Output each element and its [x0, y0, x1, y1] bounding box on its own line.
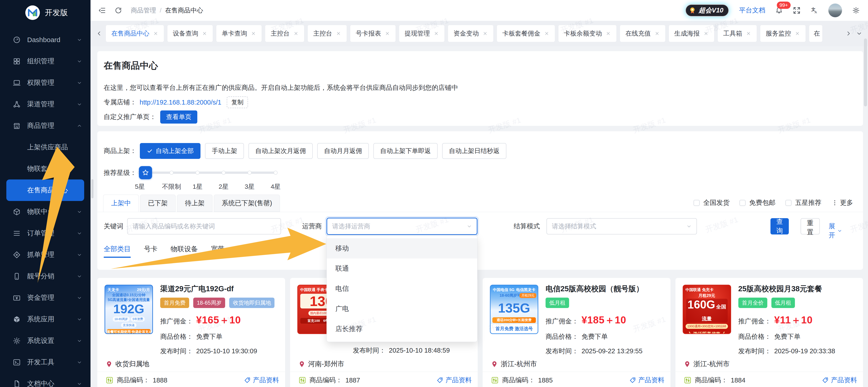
carrier-select[interactable]: 请选择运营商 — [327, 218, 477, 235]
product-info-link[interactable]: 产品资料 — [822, 376, 857, 385]
tab[interactable]: 卡板套餐佣金 — [497, 25, 555, 42]
tab[interactable]: 卡板余额变动 — [558, 25, 616, 42]
sidebar-item[interactable]: 开发工具 — [0, 352, 91, 373]
tab-close-icon[interactable] — [293, 31, 299, 36]
checkbox-icon[interactable] — [740, 200, 746, 206]
tab[interactable]: 资金变动 — [448, 25, 493, 42]
status-tab[interactable]: 待上架 — [177, 195, 213, 212]
listing-mode-button[interactable]: 自动月月返佣 — [317, 143, 369, 159]
tab[interactable]: 服务监控 — [760, 25, 806, 42]
slider-track[interactable] — [146, 172, 276, 174]
tab-close-icon[interactable] — [795, 31, 800, 36]
checkbox-icon[interactable] — [785, 200, 792, 206]
tab[interactable]: 在售商品中心 — [106, 25, 164, 42]
search-button[interactable]: 查询 — [771, 218, 789, 235]
reset-button[interactable]: 重置 — [801, 218, 820, 235]
fullscreen-icon[interactable] — [793, 6, 801, 14]
star-rating-slider[interactable]: 不限制1星2星3星4星5星 — [140, 165, 289, 192]
tabs-menu-icon[interactable] — [856, 30, 863, 37]
carrier-option[interactable]: 电信 — [327, 278, 477, 299]
view-promo-page-button[interactable]: 查看单页 — [160, 111, 197, 124]
tab-close-icon[interactable] — [385, 31, 390, 36]
listing-mode-button[interactable]: 自动上架次月返佣 — [248, 143, 313, 159]
tab[interactable]: 在 — [809, 25, 822, 42]
collapse-sidebar-icon[interactable] — [98, 6, 106, 14]
shop-url-link[interactable]: http://192.168.1.88:2000/s/1 — [140, 99, 221, 106]
sidebar-item[interactable]: 靓号分销 — [0, 265, 91, 287]
sidebar-item[interactable]: 组织管理 — [0, 51, 91, 72]
status-tab[interactable]: 上架中 — [103, 195, 139, 212]
sidebar-item[interactable]: 系统设置 — [0, 330, 91, 352]
tab-close-icon[interactable] — [202, 31, 207, 36]
tab[interactable]: 号卡报表 — [350, 25, 396, 42]
status-tab[interactable]: 系统已下架(售罄) — [214, 195, 280, 212]
tab[interactable]: 主控台 — [308, 25, 347, 42]
carrier-option[interactable]: 联通 — [327, 259, 477, 278]
carrier-option[interactable]: 广电 — [327, 299, 477, 319]
quick-filter-checkbox[interactable]: 免费包邮 — [740, 198, 775, 207]
product-info-link[interactable]: 产品资料 — [629, 376, 664, 385]
tab-close-icon[interactable] — [544, 31, 549, 36]
tab-close-icon[interactable] — [703, 31, 709, 36]
sidebar-item[interactable]: 资金管理 — [0, 287, 91, 308]
breadcrumb-parent[interactable]: 商品管理 — [131, 6, 156, 15]
sidebar-item[interactable]: 抓单管理 — [0, 244, 91, 265]
sidebar-item[interactable]: 物联套餐 — [0, 158, 91, 179]
tab-close-icon[interactable] — [336, 31, 341, 36]
category-tab[interactable]: 全部类目 — [104, 244, 131, 258]
quick-filter-checkbox[interactable]: 五星推荐 — [785, 198, 822, 207]
carrier-option[interactable]: 店长推荐 — [327, 319, 477, 339]
platform-docs-link[interactable]: 平台文档 — [739, 6, 765, 15]
expand-filters-link[interactable]: 展开 — [829, 222, 842, 240]
more-filters-button[interactable]: 更多 — [831, 198, 853, 207]
category-tab[interactable]: 号卡 — [144, 244, 157, 258]
sidebar-item[interactable]: 商品管理 — [0, 115, 91, 137]
quick-filter-checkbox[interactable]: 全国发货 — [693, 198, 730, 207]
checkbox-icon[interactable] — [693, 200, 700, 206]
sidebar-item[interactable]: 系统应用 — [0, 308, 91, 330]
tab[interactable]: 生成海报 — [669, 25, 714, 42]
page-scrollbar[interactable] — [864, 38, 867, 107]
tab[interactable]: 单卡查询 — [216, 25, 261, 42]
tab[interactable]: 提现管理 — [399, 25, 444, 42]
tab[interactable]: 在线充值 — [620, 25, 665, 42]
tab-close-icon[interactable] — [746, 31, 751, 36]
tabs-scroll-left-icon[interactable] — [96, 30, 103, 37]
carrier-option[interactable]: 移动 — [327, 238, 477, 259]
tab-close-icon[interactable] — [483, 31, 488, 36]
sidebar-item[interactable]: 权限管理 — [0, 72, 91, 93]
category-tab[interactable]: 物联设备 — [170, 244, 198, 258]
product-info-link[interactable]: 产品资料 — [436, 376, 472, 385]
settings-gear-icon[interactable] — [852, 6, 860, 14]
vip-badge[interactable]: 超会V10 — [685, 4, 729, 17]
sidebar-item[interactable]: 上架供应商品 — [0, 137, 91, 158]
sidebar-item[interactable]: 订单管理 — [0, 222, 91, 244]
translate-icon[interactable]: 文A — [810, 6, 818, 14]
copy-button[interactable]: 复制 — [227, 96, 248, 108]
tab-close-icon[interactable] — [606, 31, 611, 36]
settlement-select[interactable]: 请选择结算模式 — [547, 218, 697, 235]
tab[interactable]: 工具箱 — [718, 25, 757, 42]
sidebar-item[interactable]: Dashboard — [0, 29, 91, 51]
tab-close-icon[interactable] — [153, 31, 158, 36]
tab-close-icon[interactable] — [654, 31, 660, 36]
user-avatar[interactable] — [828, 3, 842, 18]
listing-mode-button[interactable]: 自动上架全部 — [140, 143, 200, 159]
sidebar-item[interactable]: 在售商品中心 — [6, 179, 84, 201]
tab[interactable]: 主控台 — [265, 25, 304, 42]
tab-close-icon[interactable] — [434, 31, 439, 36]
sidebar-item[interactable]: 物联中台 — [0, 201, 91, 222]
panel-scrollbar[interactable] — [91, 179, 93, 198]
category-tab[interactable]: 实体卡 — [238, 244, 258, 258]
tab-close-icon[interactable] — [251, 31, 256, 36]
slider-handle[interactable] — [139, 166, 152, 179]
tabs-scroll-right-icon[interactable] — [845, 30, 852, 37]
tab[interactable]: 设备查询 — [167, 25, 213, 42]
sidebar-item[interactable]: 文档中心 — [0, 373, 91, 387]
listing-mode-button[interactable]: 自动上架下单即返 — [373, 143, 438, 159]
product-info-link[interactable]: 产品资料 — [244, 376, 279, 385]
listing-mode-button[interactable]: 自动上架日结秒返 — [442, 143, 506, 159]
refresh-icon[interactable] — [115, 6, 122, 14]
category-tab[interactable]: 宽带 — [211, 244, 224, 258]
keyword-input[interactable] — [127, 218, 281, 235]
